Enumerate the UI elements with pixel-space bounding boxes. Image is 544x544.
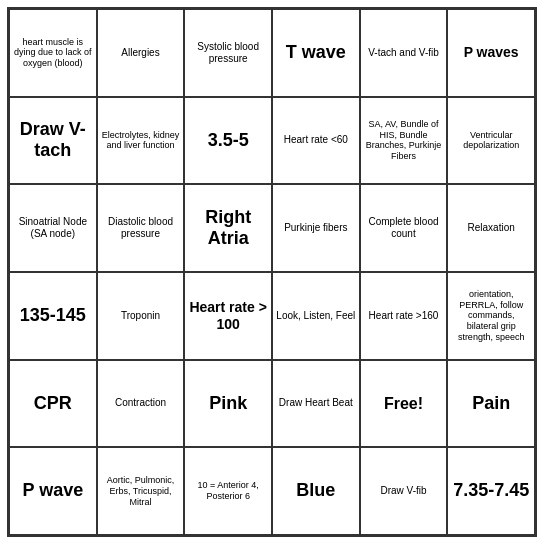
cell-10: SA, AV, Bundle of HIS, Bundle Branches, … bbox=[360, 97, 448, 185]
cell-32: 10 = Anterior 4, Posterior 6 bbox=[184, 447, 272, 535]
cell-25: Contraction bbox=[97, 360, 185, 448]
cell-23: orientation, PERRLA, follow commands, bi… bbox=[447, 272, 535, 360]
cell-15: Purkinje fibers bbox=[272, 184, 360, 272]
cell-20: Heart rate > 100 bbox=[184, 272, 272, 360]
cell-35: 7.35-7.45 bbox=[447, 447, 535, 535]
cell-26: Pink bbox=[184, 360, 272, 448]
cell-24: CPR bbox=[9, 360, 97, 448]
cell-9: Heart rate <60 bbox=[272, 97, 360, 185]
cell-0: heart muscle is dying due to lack of oxy… bbox=[9, 9, 97, 97]
cell-33: Blue bbox=[272, 447, 360, 535]
cell-16: Complete blood count bbox=[360, 184, 448, 272]
cell-29: Pain bbox=[447, 360, 535, 448]
cell-22: Heart rate >160 bbox=[360, 272, 448, 360]
cell-2: Systolic blood pressure bbox=[184, 9, 272, 97]
cell-1: Allergies bbox=[97, 9, 185, 97]
cell-13: Diastolic blood pressure bbox=[97, 184, 185, 272]
cell-7: Electrolytes, kidney and liver function bbox=[97, 97, 185, 185]
cell-34: Draw V-fib bbox=[360, 447, 448, 535]
cell-27: Draw Heart Beat bbox=[272, 360, 360, 448]
cell-31: Aortic, Pulmonic, Erbs, Tricuspid, Mitra… bbox=[97, 447, 185, 535]
cell-21: Look, Listen, Feel bbox=[272, 272, 360, 360]
cell-5: P waves bbox=[447, 9, 535, 97]
cell-19: Troponin bbox=[97, 272, 185, 360]
cell-18: 135-145 bbox=[9, 272, 97, 360]
cell-12: Sinoatrial Node (SA node) bbox=[9, 184, 97, 272]
cell-6: Draw V-tach bbox=[9, 97, 97, 185]
cell-30: P wave bbox=[9, 447, 97, 535]
cell-8: 3.5-5 bbox=[184, 97, 272, 185]
cell-17: Relaxation bbox=[447, 184, 535, 272]
bingo-card: heart muscle is dying due to lack of oxy… bbox=[7, 7, 537, 537]
cell-11: Ventricular depolarization bbox=[447, 97, 535, 185]
cell-3: T wave bbox=[272, 9, 360, 97]
cell-28: Free! bbox=[360, 360, 448, 448]
cell-4: V-tach and V-fib bbox=[360, 9, 448, 97]
cell-14: Right Atria bbox=[184, 184, 272, 272]
